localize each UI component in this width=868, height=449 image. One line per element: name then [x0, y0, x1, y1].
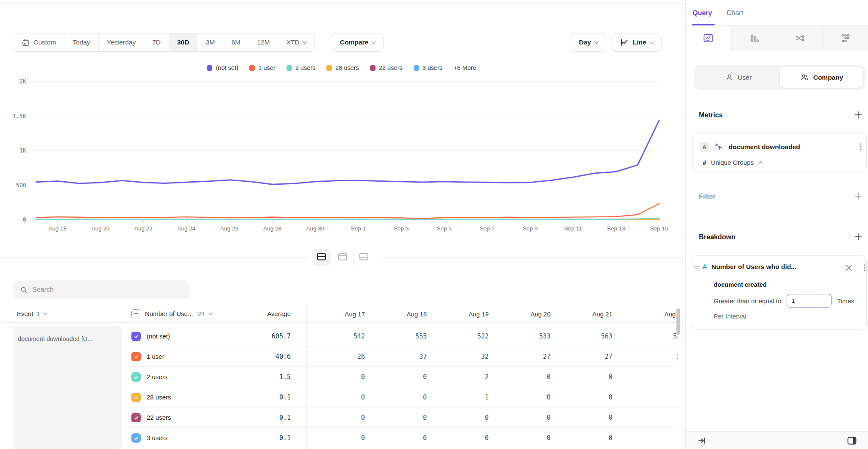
series-value: 0 — [554, 407, 616, 428]
event-pointer-icon — [714, 142, 724, 152]
check-icon — [133, 354, 139, 360]
series-value: 32 — [430, 346, 492, 367]
series-values: 542555522533563535 — [306, 326, 678, 346]
metric-menu-button[interactable] — [857, 142, 865, 151]
range-button-custom[interactable]: Custom — [13, 33, 64, 51]
condition-value-input[interactable] — [787, 294, 832, 308]
company-segment[interactable]: Company — [780, 67, 863, 88]
chart-type-dropdown[interactable]: Line — [612, 33, 662, 52]
series-value: 0 — [368, 387, 430, 407]
top-pane-icon — [337, 252, 348, 262]
series-average: 0.1 — [227, 428, 294, 448]
line-chart-icon — [703, 33, 714, 44]
series-checkbox[interactable] — [131, 372, 141, 382]
table-scrollbar[interactable] — [676, 308, 680, 335]
metric-card[interactable]: A document downloaded # Unique Groups — [692, 132, 867, 172]
date-column-header: Aug 20 — [492, 306, 554, 323]
collapse-panel-button[interactable] — [698, 436, 707, 447]
measure-dropdown[interactable]: # Unique Groups — [703, 159, 761, 166]
line-chart-icon — [620, 38, 629, 47]
svg-text:1K: 1K — [19, 147, 27, 154]
main-area: CustomTodayYesterday7D30D3M6M12MXTD Comp… — [0, 0, 685, 449]
breakdown-heading: Breakdown — [699, 233, 735, 241]
table-header: Event 1 Number of Use... 24 Average Aug … — [0, 306, 683, 323]
range-button-30d[interactable]: 30D — [169, 33, 198, 51]
series-checkbox[interactable] — [131, 332, 141, 341]
svg-text:Sep 1: Sep 1 — [351, 225, 366, 232]
company-segment-label: Company — [813, 74, 843, 81]
range-button-7d[interactable]: 7D — [144, 33, 169, 51]
range-button-yesterday[interactable]: Yesterday — [99, 33, 144, 51]
per-interval-label: Per Interval — [714, 313, 746, 320]
series-column-header[interactable]: Number of Use... 24 — [131, 309, 212, 318]
chevron-down-icon — [209, 311, 213, 315]
tab-query[interactable]: Query — [693, 9, 712, 17]
series-count: 24 — [198, 310, 205, 317]
add-metric-button[interactable] — [854, 110, 863, 119]
breakdown-event: document created — [714, 281, 767, 288]
range-button-xtd[interactable]: XTD — [278, 33, 314, 51]
series-value: 0 — [492, 367, 554, 387]
series-values: 001000 — [306, 387, 678, 407]
bar-chart-type-tab[interactable] — [731, 26, 777, 50]
event-column-header[interactable]: Event 1 — [17, 310, 47, 317]
series-checkbox[interactable] — [131, 433, 141, 443]
drag-handle-icon[interactable] — [694, 265, 700, 271]
remove-breakdown-button[interactable] — [845, 263, 853, 272]
series-value: 0 — [492, 387, 554, 407]
compare-button[interactable]: Compare — [332, 33, 384, 52]
interval-dropdown[interactable]: Day — [571, 33, 606, 52]
series-value: 522 — [430, 326, 492, 346]
series-value: 0 — [616, 428, 678, 448]
breakdown-card[interactable]: # Number of Users who did... document cr… — [691, 255, 867, 330]
svg-text:Sep 5: Sep 5 — [437, 225, 451, 232]
series-checkbox[interactable] — [131, 413, 141, 422]
range-button-12m[interactable]: 12M — [249, 33, 278, 51]
series-label: 2 users — [147, 367, 167, 387]
tab-chart[interactable]: Chart — [726, 9, 743, 17]
svg-text:Sep 13: Sep 13 — [607, 225, 625, 232]
event-count: 1 — [36, 310, 40, 317]
range-button-3m[interactable]: 3M — [198, 33, 223, 51]
series-value: 0 — [492, 428, 554, 448]
table-only-view-button[interactable] — [353, 247, 375, 267]
line-chart[interactable]: 05001K1.5K2KAug 18Aug 20Aug 22Aug 24Aug … — [0, 59, 683, 237]
breakdown-menu-button[interactable] — [861, 263, 868, 272]
series-value: 26 — [306, 346, 368, 367]
metric-event-name: document downloaded — [729, 143, 800, 151]
user-segment[interactable]: User — [696, 67, 780, 88]
range-button-6m[interactable]: 6M — [223, 33, 249, 51]
bottom-pane-icon — [359, 252, 369, 262]
add-breakdown-button[interactable] — [854, 232, 863, 241]
series-value: 0 — [368, 428, 430, 448]
series-checkbox[interactable] — [131, 352, 141, 361]
flow-chart-type-tab[interactable] — [777, 26, 823, 50]
chart-only-view-button[interactable] — [332, 247, 353, 267]
svg-text:Sep 9: Sep 9 — [523, 225, 537, 232]
series-values: 000000 — [306, 428, 678, 448]
side-panel-button[interactable] — [847, 436, 857, 447]
split-view-button[interactable] — [311, 247, 332, 267]
series-value: 1 — [430, 387, 492, 407]
line-chart-type-tab[interactable] — [686, 26, 731, 50]
svg-text:2K: 2K — [19, 78, 27, 85]
chevron-down-icon — [594, 39, 599, 44]
add-filter-button[interactable] — [854, 191, 863, 201]
series-value: 0 — [368, 407, 430, 428]
series-checkbox[interactable] — [131, 393, 141, 402]
compare-label: Compare — [340, 39, 368, 46]
range-button-today[interactable]: Today — [64, 33, 98, 51]
date-range-group: CustomTodayYesterday7D30D3M6M12MXTD — [13, 33, 315, 52]
panel-layout-icon — [847, 436, 857, 446]
series-label: (not set) — [147, 326, 170, 346]
select-all-checkbox[interactable] — [131, 309, 140, 318]
average-column-header: Average — [227, 310, 294, 317]
series-value: 0 — [616, 407, 678, 428]
search-input[interactable] — [32, 286, 183, 294]
more-chart-types-tab[interactable] — [822, 26, 868, 50]
filter-heading: Filter — [699, 193, 715, 200]
user-segment-label: User — [738, 74, 752, 81]
series-value: 542 — [306, 326, 368, 346]
chevron-down-icon — [372, 39, 376, 44]
hash-icon: # — [703, 159, 706, 166]
